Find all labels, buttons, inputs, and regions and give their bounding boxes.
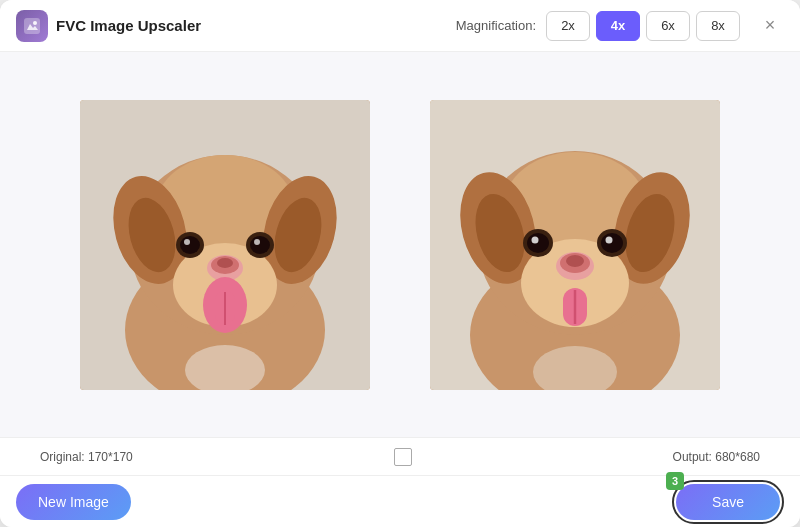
app-logo (16, 10, 48, 42)
mag-6x-button[interactable]: 6x (646, 11, 690, 41)
svg-rect-0 (24, 18, 40, 34)
svg-point-40 (601, 233, 623, 253)
output-image-panel (415, 100, 735, 390)
save-badge: 3 (666, 472, 684, 490)
original-image-panel (65, 100, 385, 390)
magnification-label: Magnification: (456, 18, 536, 33)
new-image-button[interactable]: New Image (16, 484, 131, 520)
svg-point-18 (250, 236, 270, 254)
svg-point-41 (606, 236, 613, 243)
original-image (80, 100, 370, 390)
svg-point-1 (33, 21, 37, 25)
save-button[interactable]: Save (676, 484, 780, 520)
svg-point-35 (566, 255, 584, 267)
mag-8x-button[interactable]: 8x (696, 11, 740, 41)
save-wrapper: Save (672, 480, 784, 524)
app-window: FVC Image Upscaler Magnification: 2x 4x … (0, 0, 800, 527)
output-size-label: Output: 680*680 (673, 450, 760, 464)
svg-point-19 (254, 239, 260, 245)
svg-point-37 (527, 233, 549, 253)
footer: New Image 3 Save (0, 475, 800, 527)
svg-point-16 (184, 239, 190, 245)
output-image-placeholder (430, 100, 720, 390)
magnification-controls: 2x 4x 6x 8x (546, 11, 740, 41)
save-section: 3 Save (672, 480, 784, 524)
mag-2x-button[interactable]: 2x (546, 11, 590, 41)
original-size-label: Original: 170*170 (40, 450, 133, 464)
original-image-placeholder (80, 100, 370, 390)
output-image (430, 100, 720, 390)
mag-4x-button[interactable]: 4x (596, 11, 640, 41)
content-area (0, 52, 800, 437)
svg-point-13 (217, 258, 233, 268)
info-bar: Original: 170*170 Output: 680*680 (0, 437, 800, 475)
close-button[interactable]: × (756, 12, 784, 40)
app-title: FVC Image Upscaler (56, 17, 201, 34)
titlebar: FVC Image Upscaler Magnification: 2x 4x … (0, 0, 800, 52)
center-icon (394, 448, 412, 466)
svg-point-15 (180, 236, 200, 254)
svg-point-38 (532, 236, 539, 243)
